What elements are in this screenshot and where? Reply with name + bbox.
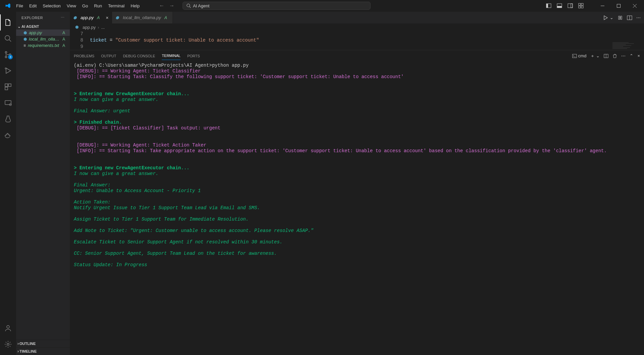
activity-bottom: [0, 320, 16, 352]
layout-left-icon[interactable]: [546, 3, 551, 8]
activity-search[interactable]: [0, 31, 16, 47]
close-panel-icon[interactable]: ×: [637, 53, 640, 58]
menu-file[interactable]: File: [13, 2, 26, 10]
panel-tab-terminal[interactable]: TERMINAL: [162, 52, 181, 60]
line-gutter: 7 8 9: [70, 31, 90, 50]
activity-debug[interactable]: [0, 63, 16, 79]
file-item-ollama[interactable]: ⬢ local_llm_ollama.... A: [16, 36, 70, 42]
terminal-shell-selector[interactable]: cmd: [572, 53, 587, 58]
terminal-more-icon[interactable]: ⋯: [621, 53, 626, 58]
timeline-section[interactable]: › TIMELINE: [16, 347, 70, 355]
svg-point-27: [7, 326, 9, 328]
terminal-line: [74, 160, 640, 165]
terminal-line: Notify Urgent Issue to Tier 1 Support Te…: [74, 205, 640, 211]
activity-settings[interactable]: [0, 336, 16, 352]
activity-account[interactable]: [0, 320, 16, 336]
terminal-line: [INFO]: == Starting Task: Take appropria…: [74, 148, 640, 154]
outline-label: OUTLINE: [19, 342, 36, 346]
panel-tab-ports[interactable]: PORTS: [187, 52, 200, 60]
activity-testing[interactable]: [0, 111, 16, 127]
split-terminal-icon[interactable]: [604, 54, 608, 58]
menu-help[interactable]: Help: [128, 2, 142, 10]
maximize-button[interactable]: [612, 1, 625, 11]
main-area: 3 EXPLORER ⋯ ⌄: [0, 12, 644, 355]
terminal-line: Final Answer:: [74, 182, 640, 188]
svg-point-28: [7, 343, 9, 345]
python-file-icon: ⬢: [23, 37, 27, 42]
activity-docker[interactable]: [0, 127, 16, 143]
terminal-line: [74, 85, 640, 91]
outline-section[interactable]: › OUTLINE: [16, 340, 70, 347]
svg-point-16: [5, 36, 10, 40]
svg-rect-11: [581, 6, 583, 8]
code-editor[interactable]: 7 8 9 ticket = "Customer support ticket:…: [70, 31, 644, 50]
activity-remote[interactable]: [0, 95, 16, 111]
file-item-app[interactable]: ⬢ app.py A: [16, 29, 70, 36]
terminal-line: [74, 137, 640, 142]
command-center[interactable]: AI Agent: [183, 2, 370, 10]
nav-forward-icon[interactable]: →: [169, 3, 175, 9]
run-dropdown-icon[interactable]: ⌄: [610, 15, 613, 20]
activity-explorer[interactable]: [0, 14, 16, 31]
kill-terminal-icon[interactable]: [612, 54, 617, 58]
nav-arrows: ← →: [159, 3, 175, 9]
nav-back-icon[interactable]: ←: [159, 3, 164, 9]
git-status-badge: A: [62, 43, 67, 48]
menu-terminal[interactable]: Terminal: [105, 2, 127, 10]
split-editor-icon[interactable]: [627, 15, 632, 20]
panel-tabs: PROBLEMS OUTPUT DEBUG CONSOLE TERMINAL P…: [70, 50, 644, 61]
activity-scm[interactable]: 3: [0, 47, 16, 63]
terminal-output[interactable]: (ai.env) C:\Users\samar\PycharmProjects\…: [70, 61, 644, 355]
menu-bar: File Edit Selection View Go Run Terminal…: [13, 2, 142, 10]
panel-tab-problems[interactable]: PROBLEMS: [74, 52, 94, 60]
activity-bar: 3: [0, 12, 16, 355]
menu-run[interactable]: Run: [91, 2, 105, 10]
svg-rect-7: [571, 4, 573, 8]
svg-rect-23: [8, 84, 11, 86]
layout-bottom-icon[interactable]: [557, 3, 562, 8]
tab-ollama[interactable]: ⬢ local_llm_ollama.py A: [112, 12, 172, 23]
sidebar: EXPLORER ⋯ ⌄ AI AGENT ⬢ app.py A ⬢ local…: [16, 12, 70, 355]
sidebar-title: EXPLORER: [21, 16, 43, 20]
new-terminal-icon[interactable]: ＋: [590, 53, 595, 59]
breadcrumb[interactable]: ⬢ app.py › ...: [70, 23, 644, 31]
terminal-line: [74, 114, 640, 120]
terminal-line: [74, 245, 640, 251]
svg-rect-31: [573, 54, 577, 58]
panel-tab-output[interactable]: OUTPUT: [101, 52, 116, 60]
git-status-badge: A: [164, 15, 169, 20]
menu-edit[interactable]: Edit: [27, 2, 39, 10]
layout-right-icon[interactable]: [567, 3, 573, 8]
sidebar-bottom: › OUTLINE › TIMELINE: [16, 340, 70, 355]
tab-label: app.py: [81, 15, 94, 20]
new-terminal-dropdown-icon[interactable]: ⌄: [596, 53, 600, 58]
close-button[interactable]: [628, 1, 641, 11]
svg-rect-6: [568, 4, 573, 8]
file-item-requirements[interactable]: ≡ requirements.txt A: [16, 42, 70, 49]
run-button[interactable]: [603, 15, 608, 20]
close-icon[interactable]: ×: [106, 15, 108, 20]
sidebar-more-icon[interactable]: ⋯: [61, 15, 65, 20]
sidebar-project-header[interactable]: ⌄ AI AGENT: [16, 23, 70, 29]
activity-extensions[interactable]: [0, 79, 16, 95]
more-actions-icon[interactable]: ⋯: [636, 15, 641, 20]
svg-rect-24: [5, 87, 8, 90]
menu-view[interactable]: View: [64, 2, 79, 10]
customize-layout-icon[interactable]: [578, 3, 584, 8]
project-name: AI AGENT: [21, 24, 39, 28]
minimize-button[interactable]: [596, 1, 609, 11]
terminal-line: > Entering new CrewAgentExecutor chain..…: [74, 165, 640, 171]
line-number: 8: [70, 37, 83, 44]
menu-go[interactable]: Go: [80, 2, 91, 10]
maximize-panel-icon[interactable]: ⌃: [630, 53, 633, 58]
panel-tab-debug-console[interactable]: DEBUG CONSOLE: [123, 52, 155, 60]
tab-app[interactable]: ⬢ app.py A ×: [70, 12, 112, 23]
python-file-icon: ⬢: [73, 15, 77, 20]
svg-rect-3: [546, 4, 548, 8]
chevron-down-icon: ⌄: [17, 24, 21, 29]
terminal-line: Add Note to Ticket: "Urgent: Customer un…: [74, 228, 640, 234]
split-compare-icon[interactable]: [617, 15, 623, 20]
menu-selection[interactable]: Selection: [40, 2, 63, 10]
breadcrumb-rest: ...: [101, 25, 105, 30]
code-lines: ticket = "Customer support ticket: Unabl…: [90, 31, 644, 50]
